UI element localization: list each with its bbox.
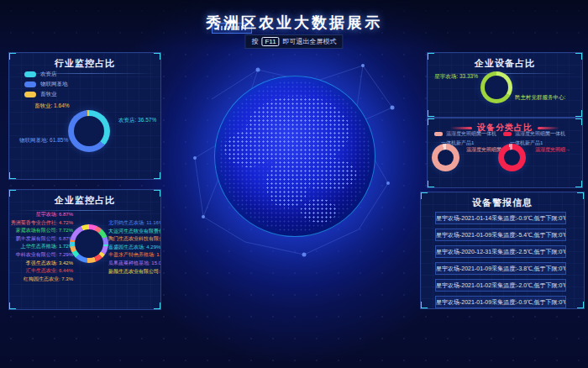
hint-key-f11: F11 — [261, 37, 279, 46]
share-label: 新颜生态农业有限公司: 6.87% — [108, 269, 161, 275]
corner-bracket — [575, 52, 583, 60]
industry-donut-chart[interactable] — [68, 110, 110, 152]
hint-suffix: 即可退出全屏模式 — [283, 37, 337, 46]
panel-device-category: 设备分类占比 温湿度光照细菌一体机 一体机新产品1 温湿度光照细菌一→ 温湿度光… — [427, 118, 583, 188]
callout-agri-store: 农资店: 36.57% — [118, 117, 156, 124]
panel-title: 企业监控占比 — [9, 190, 160, 207]
panel-device-ratio: 企业设备占比 星宇农场: 33.33% 民主村党群服务中心: — [427, 52, 583, 118]
page-title: 秀洲区农业大数据展示 — [0, 13, 588, 33]
corner-bracket — [427, 110, 434, 118]
category-right-donut-chart[interactable] — [498, 144, 526, 171]
callout-iot-base: 物联网基地: 61.85% — [19, 137, 68, 145]
corner-bracket — [420, 302, 428, 309]
panel-device-alarms: 设备警报信息 星宇农场-2021-01-14采集温度:-0.9℃,低于下限:0℃… — [420, 192, 585, 309]
legend-label: 物联网基地 — [40, 81, 68, 88]
legend-swatch — [503, 132, 512, 136]
corner-bracket — [427, 118, 434, 125]
alarm-row: 星宇农场-2021-01-02采集温度:-2.0℃,低于下限:0℃ — [435, 279, 566, 292]
corner-bracket — [420, 192, 428, 199]
title-decoration-right — [538, 127, 559, 129]
globe — [214, 76, 375, 237]
corner-bracket — [154, 302, 161, 310]
corner-bracket — [8, 189, 16, 197]
globe-continent-dots — [219, 81, 370, 232]
panel-industry-monitor: 行业监控占比 农资店 物联网基地 畜牧业 畜牧业: 1.64% 农资店: 36.… — [8, 52, 161, 180]
title-divider — [15, 210, 155, 211]
legend-label: 温湿度光照细菌一体机 — [515, 130, 565, 138]
share-label: 中科农业有限公司: 7.29% — [16, 252, 73, 258]
enterprise-labels-right: 北羽鸽生态农场: 11.16% 大运河生态牧业有限责任公 陶门生态农业科技有限公… — [108, 220, 161, 276]
alarm-row: 星宇农场-2021-01-14采集温度:-0.9℃,低于下限:0℃ — [435, 212, 566, 224]
corner-bracket — [427, 181, 434, 188]
share-label: 大运河生态牧业有限责任公 — [108, 229, 161, 234]
donut-hole — [75, 229, 103, 258]
donut-hole — [485, 76, 508, 99]
donut-hole — [504, 150, 520, 166]
share-label: 丰盈水产特色养殖场: 1. — [108, 252, 161, 258]
category-right-callout: 温湿度光照细→ — [535, 146, 570, 154]
corner-bracket — [575, 118, 583, 125]
corner-bracket — [577, 192, 585, 199]
panel-title: 设备警报信息 — [421, 192, 584, 209]
legend-swatch — [24, 92, 36, 97]
alarm-row: 星宇农场-2020-12-31采集温度:-2.5℃,低于下限:0℃ — [435, 245, 566, 258]
legend-item: 畜牧业 — [24, 91, 68, 98]
donut-hole — [74, 116, 104, 146]
panel-title: 企业设备占比 — [428, 53, 582, 70]
legend-item: 温湿度光照细菌一体机 — [503, 130, 565, 138]
alarm-row: 星宇农场-2021-01-09采集温度:-5.4℃,低于下限:0℃ — [435, 229, 566, 241]
enterprise-donut-chart[interactable] — [70, 224, 108, 263]
corner-bracket — [8, 302, 16, 310]
alarm-row: 星宇农场-2021-01-09采集温度:-0.9℃,低于下限:0℃ — [435, 296, 566, 308]
share-label: 上华生态养殖场: 1.72% — [21, 244, 73, 250]
dashboard-root: 秀洲区农业大数据展示 按 F11 即可退出全屏模式 行业监控占比 农资店 物联网… — [0, 0, 588, 368]
legend-swatch — [24, 71, 36, 77]
category-left-donut-chart[interactable] — [432, 144, 459, 171]
corner-bracket — [575, 110, 583, 118]
legend-label: 农资店 — [40, 71, 57, 78]
hint-prefix: 按 — [251, 37, 258, 46]
legend-item: 农资店 — [24, 71, 68, 78]
enterprise-labels-left: 星宇农场: 6.87% 秀洲菊香专业合作社: 4.72% 家庭农场有限公司: 7… — [11, 212, 73, 284]
share-label: 瓜果蔬菜种植基地: 15.02% — [108, 260, 161, 266]
share-label: 家庭农场有限公司: 7.72% — [16, 228, 73, 234]
legend-swatch — [24, 81, 36, 87]
corner-bracket — [154, 52, 161, 60]
callout-service-center: 民主村党群服务中心: — [515, 94, 565, 102]
share-label: 秀洲菊香专业合作社: 4.72% — [11, 220, 73, 226]
legend-label: 温湿度光照细菌一体机 — [446, 130, 496, 138]
panel-title: 行业监控占比 — [9, 53, 160, 70]
legend-item: 物联网基地 — [24, 81, 68, 88]
alarm-list: 星宇农场-2021-01-14采集温度:-0.9℃,低于下限:0℃ 星宇农场-2… — [435, 212, 566, 309]
fullscreen-hint: 按 F11 即可退出全屏模式 — [244, 34, 343, 49]
corner-bracket — [427, 52, 434, 60]
corner-bracket — [577, 302, 585, 309]
corner-bracket — [154, 172, 161, 180]
legend-item: 温湿度光照细菌一体机 — [434, 130, 496, 138]
share-label: 陶门生态农业科技有限公 — [108, 236, 161, 242]
share-label: 李强生态农场: 3.42% — [26, 260, 73, 266]
callout-livestock: 畜牧业: 1.64% — [34, 103, 70, 110]
corner-bracket — [154, 189, 161, 197]
share-label: 汇丰生态农业: 6.44% — [26, 268, 73, 274]
callout-xingyu-farm: 星宇农场: 33.33% — [428, 73, 478, 81]
industry-legend: 农资店 物联网基地 畜牧业 — [24, 71, 68, 101]
legend-label: 畜牧业 — [40, 91, 57, 98]
device-donut-chart[interactable] — [480, 71, 512, 103]
share-label: 嘉盛园生态农场: 4.29% — [108, 244, 161, 250]
panel-enterprise-monitor: 企业监控占比 星宇农场: 6.87% 秀洲菊香专业合作社: 4.72% 家庭农场… — [8, 189, 161, 310]
title-decoration-left — [450, 127, 472, 129]
share-label: 星宇农场: 6.87% — [36, 212, 73, 218]
donut-hole — [438, 150, 454, 166]
corner-bracket — [8, 52, 16, 60]
alarm-row: 星宇农场-2021-01-09采集温度:-3.8℃,低于下限:0℃ — [435, 262, 566, 275]
legend-swatch — [434, 132, 443, 136]
share-label: 北羽鸽生态农场: 11.16% — [108, 220, 161, 226]
corner-bracket — [575, 181, 583, 188]
share-label: 鹏丰发展有限公司: 6.87% — [16, 236, 73, 242]
share-label: 红梅园生态农业: 7.3% — [24, 276, 73, 282]
corner-bracket — [8, 172, 16, 180]
